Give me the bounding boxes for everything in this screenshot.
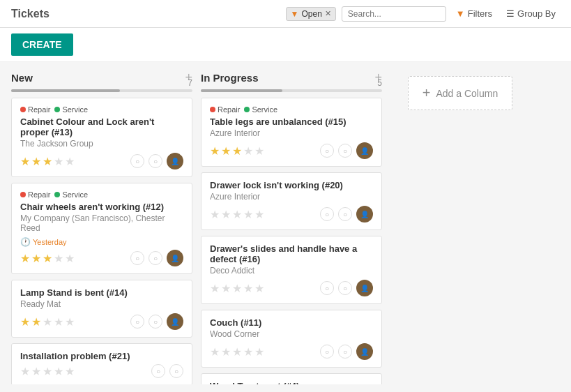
card-subtitle: Azure Interior (210, 192, 373, 202)
star-filled[interactable]: ★ (221, 144, 231, 158)
card-title[interactable]: Lamp Stand is bent (#14) (20, 287, 183, 298)
star-empty[interactable]: ★ (232, 282, 242, 295)
message-icon[interactable]: ○ (169, 364, 183, 378)
message-icon[interactable]: ○ (338, 144, 352, 158)
message-icon[interactable]: ○ (149, 154, 162, 168)
star-filled[interactable]: ★ (20, 252, 30, 265)
star-rating[interactable]: ★★★★★ (20, 315, 75, 329)
star-empty[interactable]: ★ (65, 252, 75, 265)
star-empty[interactable]: ★ (54, 252, 63, 265)
card-p1: Repair Service Table legs are unbalanced… (201, 98, 382, 167)
star-empty[interactable]: ★ (254, 208, 264, 221)
star-empty[interactable]: ★ (243, 144, 253, 158)
card-p4: Couch (#11) Wood Corner ★★★★★ ○ ○ 👤 (201, 310, 382, 368)
star-empty[interactable]: ★ (210, 345, 220, 359)
card-title[interactable]: Cabinet Colour and Lock aren't proper (#… (20, 116, 183, 137)
add-column[interactable]: + Add a Column (390, 70, 530, 384)
star-empty[interactable]: ★ (65, 155, 75, 168)
star-empty[interactable]: ★ (232, 345, 242, 359)
filter-tag[interactable]: ▼ Open ✕ (286, 7, 336, 21)
column-new: New + 7 Repair Service Cabinet Colour an… (11, 70, 192, 384)
star-empty[interactable]: ★ (254, 345, 264, 359)
star-empty[interactable]: ★ (254, 282, 264, 295)
activity-icon[interactable]: ○ (130, 315, 144, 329)
column-progress-bar: 7 (11, 89, 192, 92)
star-empty[interactable]: ★ (221, 208, 231, 221)
star-empty[interactable]: ★ (210, 282, 220, 295)
card-actions: ○ ○ 👤 (130, 250, 183, 266)
create-button[interactable]: CREATE (11, 33, 73, 56)
star-rating[interactable]: ★★★★★ (210, 282, 264, 295)
card-title[interactable]: Drawer's slides and handle have a defect… (210, 243, 373, 264)
star-empty[interactable]: ★ (232, 208, 242, 221)
header-right: ▼ Open ✕ ▼ Filters ☰ Group By (286, 6, 560, 22)
activity-icon[interactable]: ○ (320, 207, 334, 221)
search-input[interactable] (342, 6, 446, 22)
star-filled[interactable]: ★ (31, 155, 41, 168)
activity-icon[interactable]: ○ (130, 154, 144, 168)
card-footer: ★★★★★ ○ ○ 👤 (210, 142, 373, 159)
star-filled[interactable]: ★ (20, 155, 30, 168)
card-title[interactable]: Wood Treatment (#4) (210, 381, 373, 384)
star-empty[interactable]: ★ (20, 365, 30, 378)
card-actions: ○ ○ 👤 (130, 313, 183, 330)
activity-icon[interactable]: ○ (320, 281, 334, 295)
star-empty[interactable]: ★ (210, 208, 220, 221)
column-title: New (11, 72, 33, 84)
tag-service: Service (54, 190, 88, 199)
star-empty[interactable]: ★ (65, 315, 75, 329)
filter-close-icon[interactable]: ✕ (325, 9, 331, 18)
activity-icon[interactable]: ○ (151, 364, 165, 378)
card-p3: Drawer's slides and handle have a defect… (201, 236, 382, 304)
star-rating[interactable]: ★★★★★ (20, 252, 75, 265)
star-empty[interactable]: ★ (54, 155, 63, 168)
star-empty[interactable]: ★ (65, 365, 75, 378)
group-by-button[interactable]: ☰ Group By (502, 6, 560, 22)
star-filled[interactable]: ★ (20, 315, 30, 329)
star-empty[interactable]: ★ (221, 345, 231, 359)
message-icon[interactable]: ○ (338, 281, 352, 295)
star-empty[interactable]: ★ (243, 208, 253, 221)
star-filled[interactable]: ★ (31, 252, 41, 265)
card-title[interactable]: Installation problem (#21) (20, 351, 183, 361)
filters-button[interactable]: ▼ Filters (452, 6, 496, 22)
star-empty[interactable]: ★ (243, 282, 253, 295)
message-icon[interactable]: ○ (338, 345, 352, 359)
card-title[interactable]: Chair wheels aren't working (#12) (20, 202, 183, 212)
activity-icon[interactable]: ○ (130, 251, 144, 265)
star-rating[interactable]: ★★★★★ (210, 345, 264, 359)
red-dot (20, 192, 26, 197)
star-filled[interactable]: ★ (43, 252, 52, 265)
activity-icon[interactable]: ○ (320, 345, 334, 359)
green-dot (244, 107, 250, 112)
card-footer: ★★★★★ ○ ○ (20, 364, 183, 378)
star-filled[interactable]: ★ (210, 144, 220, 158)
star-rating[interactable]: ★★★★★ (20, 365, 75, 378)
card-c3: Lamp Stand is bent (#14) Ready Mat ★★★★★… (11, 280, 192, 338)
board: New + 7 Repair Service Cabinet Colour an… (0, 62, 571, 392)
message-icon[interactable]: ○ (149, 251, 162, 265)
card-title[interactable]: Drawer lock isn't working (#20) (210, 180, 373, 190)
star-empty[interactable]: ★ (54, 315, 63, 329)
star-empty[interactable]: ★ (221, 282, 231, 295)
card-title[interactable]: Couch (#11) (210, 317, 373, 328)
message-icon[interactable]: ○ (149, 315, 162, 329)
card-title[interactable]: Table legs are unbalanced (#15) (210, 116, 373, 127)
star-empty[interactable]: ★ (31, 365, 41, 378)
message-icon[interactable]: ○ (338, 207, 352, 221)
star-filled[interactable]: ★ (31, 315, 41, 329)
add-column-button[interactable]: + Add a Column (408, 76, 512, 110)
star-empty[interactable]: ★ (254, 144, 264, 158)
column-count: 7 (188, 78, 192, 88)
star-empty[interactable]: ★ (43, 315, 52, 329)
star-rating[interactable]: ★★★★★ (210, 144, 264, 158)
star-filled[interactable]: ★ (43, 155, 52, 168)
star-rating[interactable]: ★★★★★ (20, 155, 75, 168)
star-empty[interactable]: ★ (54, 365, 63, 378)
column-header: New + (11, 70, 192, 85)
activity-icon[interactable]: ○ (320, 144, 334, 158)
star-rating[interactable]: ★★★★★ (210, 208, 264, 221)
star-filled[interactable]: ★ (232, 144, 242, 158)
star-empty[interactable]: ★ (243, 345, 253, 359)
star-empty[interactable]: ★ (43, 365, 52, 378)
